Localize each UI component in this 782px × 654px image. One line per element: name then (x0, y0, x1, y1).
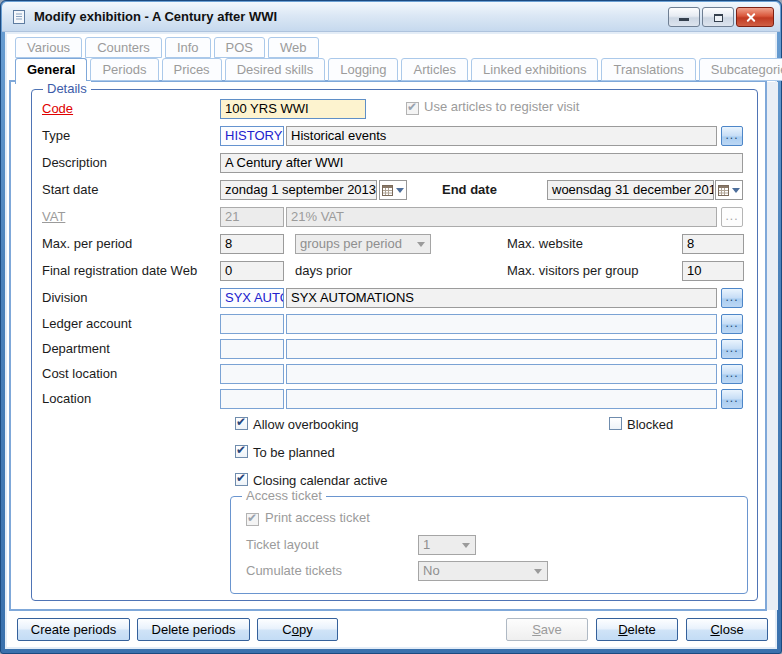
max-website-input[interactable]: 8 (682, 234, 744, 254)
chevron-down-icon (534, 569, 542, 574)
max-website-label: Max. website (507, 234, 583, 254)
division-code-input[interactable]: SYX AUTO (220, 288, 284, 308)
department-label: Department (42, 339, 110, 359)
create-periods-button[interactable]: Create periods (17, 618, 130, 641)
location-code-input[interactable] (220, 389, 284, 409)
department-code-input[interactable] (220, 339, 284, 359)
tab-various[interactable]: Various (15, 37, 82, 58)
location-description-field[interactable] (286, 389, 717, 409)
cost-location-browse-button[interactable]: ... (721, 364, 743, 384)
chevron-down-icon (462, 543, 470, 548)
max-per-period-label: Max. per period (42, 234, 132, 254)
max-visitors-input[interactable]: 10 (682, 261, 744, 281)
code-input[interactable]: 100 YRS WWI (220, 99, 366, 119)
ellipsis-icon: ... (725, 316, 738, 330)
ellipsis-icon: ... (725, 290, 738, 304)
tab-linked-exhibitions[interactable]: Linked exhibitions (471, 58, 598, 81)
max-visitors-label: Max. visitors per group (507, 261, 639, 281)
ticket-layout-dropdown: 1 (418, 535, 476, 555)
ellipsis-icon: ... (725, 391, 738, 405)
access-ticket-legend: Access ticket (242, 488, 326, 504)
type-description-field[interactable]: Historical events (286, 126, 717, 146)
tab-counters[interactable]: Counters (85, 37, 162, 58)
close-icon (737, 8, 773, 26)
days-prior-label: days prior (295, 261, 352, 281)
calendar-icon (718, 185, 729, 196)
department-browse-button[interactable]: ... (721, 339, 743, 359)
tab-logging[interactable]: Logging (328, 58, 398, 81)
use-articles-label: Use articles to register visit (424, 99, 579, 114)
details-group: Details Code 100 YRS WWI Use articles to… (31, 89, 758, 601)
maximize-button[interactable] (702, 7, 734, 27)
vat-code-field: 21 (220, 207, 284, 227)
location-label: Location (42, 389, 91, 409)
type-browse-button[interactable]: ... (721, 126, 743, 146)
tab-strip-main: General Periods Prices Desired skills Lo… (15, 58, 782, 84)
delete-button[interactable]: Delete (596, 618, 678, 641)
start-date-input[interactable]: zondag 1 september 2013 (220, 180, 377, 200)
blocked-checkbox[interactable] (609, 417, 622, 430)
max-per-period-input[interactable]: 8 (220, 234, 284, 254)
modify-exhibition-dialog: Modify exhibition - A Century after WWI … (0, 0, 782, 654)
titlebar[interactable]: Modify exhibition - A Century after WWI (2, 2, 780, 32)
tab-periods[interactable]: Periods (90, 58, 158, 81)
to-be-planned-label: To be planned (253, 445, 335, 460)
close-button[interactable] (736, 7, 774, 27)
type-code-input[interactable]: HISTORY (220, 126, 284, 146)
cost-location-description-field[interactable] (286, 364, 717, 384)
maximize-icon (714, 14, 723, 22)
right-gutter (766, 82, 778, 610)
closing-calendar-checkbox[interactable] (235, 473, 248, 486)
ledger-account-description-field[interactable] (286, 314, 717, 334)
ledger-account-label: Ledger account (42, 314, 132, 334)
tab-info[interactable]: Info (165, 37, 211, 58)
use-articles-checkbox (406, 102, 419, 115)
code-label: Code (42, 99, 73, 119)
details-legend: Details (43, 81, 91, 97)
tab-pos[interactable]: POS (214, 37, 265, 58)
tab-prices[interactable]: Prices (162, 58, 222, 81)
close-dialog-button[interactable]: Close (686, 618, 768, 641)
tab-articles[interactable]: Articles (401, 58, 468, 81)
ellipsis-icon: ... (725, 209, 738, 223)
print-access-ticket-label: Print access ticket (265, 510, 370, 525)
ledger-account-code-input[interactable] (220, 314, 284, 334)
tab-desired-skills[interactable]: Desired skills (225, 58, 326, 81)
cost-location-code-input[interactable] (220, 364, 284, 384)
cost-location-label: Cost location (42, 364, 117, 384)
ellipsis-icon: ... (725, 366, 738, 380)
end-date-input[interactable]: woensdag 31 december 2014 (547, 180, 714, 200)
end-date-picker-button[interactable] (715, 180, 743, 200)
window-title: Modify exhibition - A Century after WWI (34, 2, 277, 31)
ticket-layout-label: Ticket layout (246, 535, 319, 555)
description-input[interactable]: A Century after WWI (220, 153, 743, 173)
cumulate-tickets-label: Cumulate tickets (246, 561, 342, 581)
start-date-picker-button[interactable] (379, 180, 407, 200)
document-icon (11, 9, 27, 25)
end-date-label: End date (442, 180, 497, 200)
division-description-field[interactable]: SYX AUTOMATIONS (286, 288, 717, 308)
location-browse-button[interactable]: ... (721, 389, 743, 409)
minimize-icon (679, 18, 689, 21)
to-be-planned-checkbox[interactable] (235, 445, 248, 458)
calendar-icon (382, 185, 393, 196)
tab-translations[interactable]: Translations (601, 58, 695, 81)
department-description-field[interactable] (286, 339, 717, 359)
vat-browse-button: ... (721, 207, 743, 227)
allow-overbooking-checkbox[interactable] (235, 417, 248, 430)
ellipsis-icon: ... (725, 341, 738, 355)
description-label: Description (42, 153, 107, 173)
blocked-label: Blocked (627, 417, 673, 432)
ledger-account-browse-button[interactable]: ... (721, 314, 743, 334)
delete-periods-button[interactable]: Delete periods (137, 618, 250, 641)
tab-subcategories[interactable]: Subcategories (699, 58, 782, 81)
copy-button[interactable]: Copy (257, 618, 338, 641)
tab-web[interactable]: Web (268, 37, 319, 58)
max-per-period-unit-dropdown: groups per period (295, 234, 431, 254)
division-browse-button[interactable]: ... (721, 288, 743, 308)
chevron-down-icon (417, 242, 425, 247)
final-registration-label: Final registration date Web (42, 261, 197, 281)
minimize-button[interactable] (668, 7, 700, 27)
final-registration-input[interactable]: 0 (220, 261, 284, 281)
ellipsis-icon: ... (725, 128, 738, 142)
